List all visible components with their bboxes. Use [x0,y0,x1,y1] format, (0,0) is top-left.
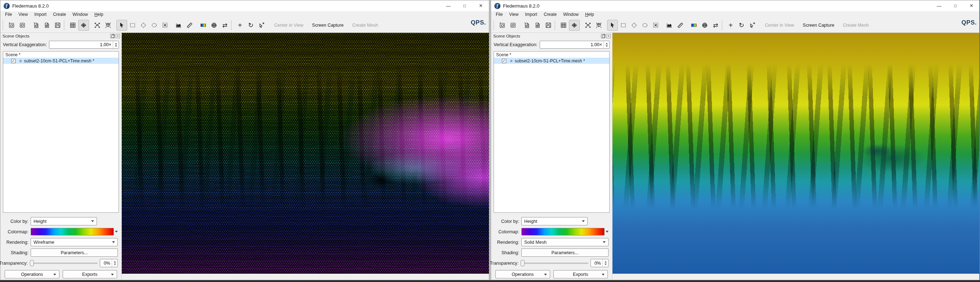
lasso-select-button[interactable] [640,20,650,31]
colormap-select[interactable] [521,228,609,236]
diamond-select-button[interactable] [629,20,640,31]
toolbar-grip[interactable] [3,21,5,30]
project-new-button[interactable] [6,20,17,31]
transparency-field[interactable]: 0% [590,259,609,267]
operations-button[interactable]: Operations [5,270,59,279]
project-new-button[interactable] [497,20,508,31]
toolbar-grip[interactable] [555,21,557,30]
profile-tool-button[interactable] [173,20,184,31]
menu-import[interactable]: Import [31,11,50,18]
vertical-exaggeration-stepper[interactable] [603,41,609,48]
scene-root-node[interactable]: Scene * [494,52,609,58]
vertical-exaggeration-input[interactable] [49,42,113,47]
transparency-stepper[interactable] [112,259,118,267]
shading-parameters-button[interactable]: Parameters... [30,249,118,257]
rotate-view-button[interactable]: ↻ [736,20,747,31]
colormap-select[interactable] [30,228,118,236]
toolbar-grip[interactable] [493,21,495,30]
spin-up-icon[interactable] [606,43,608,45]
spin-up-icon[interactable] [605,261,607,263]
rect-select-button[interactable] [618,20,629,31]
menu-view[interactable]: View [506,11,522,18]
spin-up-icon[interactable] [115,43,117,45]
menu-file[interactable]: File [2,11,15,18]
grid-view-button[interactable] [558,20,569,31]
mesh-tree-item[interactable]: ✓ ◈ subset2-10cm-S1-PCL+Time.mesh * [3,58,119,64]
rendering-select[interactable]: Wireframe [30,238,118,246]
import-file-button[interactable] [30,20,41,31]
colormap-tool-button[interactable] [198,20,208,31]
flat-mesh-view-button[interactable] [78,20,89,31]
save-button[interactable] [52,20,63,31]
panel-close-icon[interactable]: × [606,34,611,38]
menu-file[interactable]: File [493,11,506,18]
menu-create[interactable]: Create [50,11,69,18]
screen-capture-button[interactable]: Screen Capture [308,23,348,28]
close-button[interactable]: × [963,0,980,11]
measure-tool-button[interactable] [184,20,195,31]
close-button[interactable]: × [473,0,489,11]
cursor-select-button[interactable] [607,20,618,31]
menu-window[interactable]: Window [560,11,582,18]
swap-views-button[interactable]: ⇄ [710,20,721,31]
minimize-button[interactable]: — [440,0,457,11]
zoom-selection-button[interactable] [593,20,604,31]
transparency-stepper[interactable] [602,259,608,267]
panel-float-icon[interactable] [110,34,115,38]
create-mesh-button[interactable]: Create Mesh [839,23,873,28]
exports-button[interactable]: Exports [63,270,118,279]
slider-handle[interactable] [520,260,525,266]
menu-create[interactable]: Create [541,11,560,18]
3d-scene-view[interactable] [612,33,980,274]
save-button[interactable] [543,20,554,31]
center-in-view-button[interactable]: Center in View [270,23,308,28]
lasso-select-button[interactable] [149,20,160,31]
export-file-button[interactable] [41,20,52,31]
flat-mesh-view-button[interactable] [569,20,580,31]
rect-select-button[interactable] [127,20,138,31]
shading-parameters-button[interactable]: Parameters... [521,249,609,257]
measure-tool-button[interactable] [675,20,686,31]
menu-help[interactable]: Help [91,11,107,18]
project-open-button[interactable] [508,20,519,31]
zoom-extents-button[interactable] [582,20,593,31]
vertical-exaggeration-field[interactable] [49,41,119,49]
transparency-slider[interactable] [520,259,589,267]
spin-down-icon[interactable] [606,45,608,47]
maximize-button[interactable]: □ [947,0,963,11]
toolbar-grip[interactable] [64,21,66,30]
colormap-tool-button[interactable] [689,20,699,31]
transparency-field[interactable]: 0% [100,259,118,267]
create-mesh-button[interactable]: Create Mesh [348,23,383,28]
menu-help[interactable]: Help [582,11,597,18]
zoom-extents-button[interactable] [92,20,103,31]
transparency-slider[interactable] [30,259,98,267]
menu-view[interactable]: View [15,11,31,18]
center-in-view-button[interactable]: Center in View [760,23,799,28]
clear-selection-button[interactable] [650,20,661,31]
exports-button[interactable]: Exports [554,270,608,279]
visibility-checkbox[interactable]: ✓ [11,59,16,63]
color-by-select[interactable]: Height [30,217,97,225]
export-file-button[interactable] [532,20,543,31]
slider-handle[interactable] [30,260,34,266]
pick-tool-button[interactable] [256,20,267,31]
panel-close-icon[interactable]: × [116,34,120,38]
pick-tool-button[interactable] [747,20,758,31]
diamond-select-button[interactable] [138,20,149,31]
toolbar-grip[interactable] [722,21,724,30]
panel-float-icon[interactable] [601,34,605,38]
import-file-button[interactable] [521,20,532,31]
operations-button[interactable]: Operations [495,270,550,279]
visibility-checkbox[interactable]: ✓ [502,59,506,63]
rotate-view-button[interactable]: ↻ [245,20,256,31]
spin-down-icon[interactable] [115,45,117,47]
profile-tool-button[interactable] [664,20,675,31]
color-by-select[interactable]: Height [521,217,588,225]
clear-selection-button[interactable] [160,20,170,31]
add-object-button[interactable]: + [235,20,245,31]
cursor-select-button[interactable] [116,20,127,31]
maximize-button[interactable]: □ [457,0,473,11]
scene-root-node[interactable]: Scene * [3,52,119,58]
add-object-button[interactable]: + [725,20,736,31]
